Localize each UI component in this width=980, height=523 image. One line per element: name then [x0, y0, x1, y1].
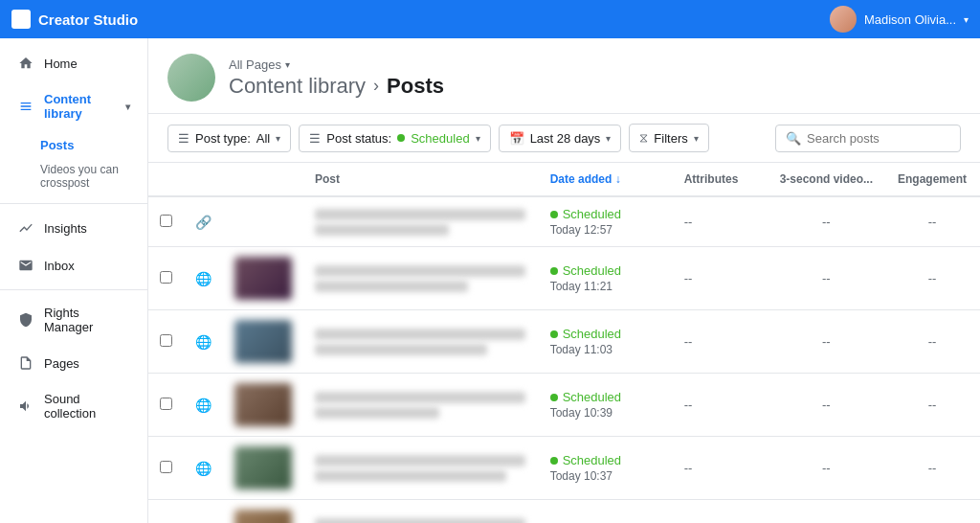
row-post-1: [303, 196, 539, 247]
row-checkbox-1[interactable]: [148, 196, 184, 247]
row-checkbox-6[interactable]: [148, 500, 184, 524]
row-checkbox-4[interactable]: [148, 374, 184, 437]
breadcrumb: Content library › Posts: [229, 74, 444, 99]
status-time-2: Today 11:21: [550, 280, 661, 293]
page-header: All Pages ▾ Content library › Posts: [148, 38, 980, 114]
status-time-4: Today 10:39: [550, 406, 661, 420]
table-header-row: Post Date added ↓ Attributes 3-second vi…: [148, 163, 980, 196]
sidebar-home-label: Home: [44, 57, 78, 71]
row-date-2: Scheduled Today 11:21: [539, 247, 673, 310]
status-dot-green: [550, 394, 558, 401]
post-type-chevron: ▾: [276, 133, 280, 144]
date-range-filter[interactable]: 📅 Last 28 days ▾: [499, 125, 622, 152]
status-scheduled: Scheduled: [550, 390, 661, 404]
user-menu-chevron[interactable]: ▾: [964, 14, 969, 25]
insights-label: Insights: [44, 221, 87, 236]
search-box: 🔍: [775, 125, 961, 152]
row-engagement-6: --: [884, 500, 980, 524]
post-status-label: Post status:: [326, 131, 391, 146]
post-status-filter[interactable]: ☰ Post status: Scheduled ▾: [299, 125, 490, 152]
preview-image-2: [234, 320, 292, 363]
post-text-blur: [315, 209, 525, 220]
post-status-icon: ☰: [309, 131, 321, 146]
sidebar-item-home[interactable]: Home: [4, 45, 144, 81]
sidebar-item-content-library[interactable]: Content library ▾: [4, 82, 144, 130]
row-attr-2: --: [673, 247, 768, 310]
row-checkbox-5[interactable]: [148, 437, 184, 500]
preview-image-4: [234, 446, 292, 489]
status-scheduled: Scheduled: [550, 453, 661, 467]
row-preview-2: [223, 247, 303, 310]
col-date-added[interactable]: Date added ↓: [539, 163, 673, 196]
status-dot-green: [550, 330, 558, 338]
pages-icon: [17, 354, 34, 372]
page-selector[interactable]: All Pages ▾: [229, 57, 444, 72]
posts-table: Post Date added ↓ Attributes 3-second vi…: [148, 163, 980, 523]
page-selector-chevron: ▾: [285, 59, 290, 70]
filter-icon: ⧖: [639, 130, 648, 146]
row-date-4: Scheduled Today 10:39: [539, 374, 673, 437]
row-post-6: [303, 500, 539, 524]
status-dot-green: [550, 457, 558, 465]
breadcrumb-current: Posts: [387, 74, 444, 99]
col-post: Post: [303, 163, 539, 196]
post-text-blur-2: [315, 344, 487, 355]
link-icon: 🔗: [195, 215, 212, 230]
sidebar-item-inbox[interactable]: Inbox: [4, 247, 144, 284]
row-preview-5: [223, 437, 303, 500]
sound-collection-label: Sound collection: [44, 392, 130, 421]
col-video: 3-second video...: [768, 163, 884, 196]
col-attributes: Attributes: [673, 163, 768, 196]
pages-label: Pages: [44, 356, 79, 371]
row-checkbox-2[interactable]: [148, 247, 184, 310]
row-post-3: [303, 310, 539, 374]
sidebar-divider-2: [0, 289, 147, 290]
table-body: 🔗 Scheduled Today 12:57: [148, 196, 980, 523]
topbar-left: Creator Studio: [11, 10, 138, 29]
breadcrumb-parent[interactable]: Content library: [229, 74, 366, 99]
post-text-blur: [315, 329, 525, 340]
sidebar-crosspost[interactable]: Videos you can crosspost: [0, 159, 147, 197]
inbox-icon: [17, 257, 34, 274]
col-engagement: Engagement: [884, 163, 980, 196]
main-layout: Home Content library ▾ Posts Videos you …: [0, 38, 980, 523]
username: Madison Olivia...: [864, 12, 956, 27]
row-checkbox-3[interactable]: [148, 310, 184, 374]
status-time-1: Today 12:57: [550, 223, 661, 237]
sidebar-item-pages[interactable]: Pages: [4, 345, 144, 381]
sidebar-divider-1: [0, 203, 147, 204]
table-container: Post Date added ↓ Attributes 3-second vi…: [148, 163, 980, 523]
row-video-3: --: [768, 310, 884, 374]
sidebar-item-posts[interactable]: Posts: [0, 131, 147, 159]
post-text-blur-2: [315, 224, 449, 236]
filters-chevron: ▾: [694, 133, 699, 144]
row-engagement-2: --: [884, 247, 980, 310]
row-preview-1: [223, 196, 303, 247]
sidebar-item-insights[interactable]: Insights: [4, 210, 144, 246]
row-engagement-4: --: [884, 374, 980, 437]
table-row: 🌐 Scheduled: [148, 500, 980, 524]
row-video-2: --: [768, 247, 884, 310]
globe-icon: 🌐: [195, 461, 212, 476]
row-attr-6: --: [673, 500, 768, 524]
filters-button[interactable]: ⧖ Filters ▾: [629, 124, 708, 152]
sidebar-item-sound-collection[interactable]: Sound collection: [4, 382, 144, 430]
row-post-4: [303, 374, 539, 437]
row-date-3: Scheduled Today 11:03: [539, 310, 673, 374]
status-scheduled: Scheduled: [550, 207, 661, 221]
status-scheduled: Scheduled: [550, 327, 661, 341]
row-engagement-3: --: [884, 310, 980, 374]
search-input[interactable]: [807, 131, 950, 146]
col-preview: [223, 163, 303, 196]
preview-image-5: [234, 510, 292, 523]
sidebar-item-rights-manager[interactable]: Rights Manager: [4, 296, 144, 344]
row-engagement-1: --: [884, 196, 980, 247]
status-scheduled: Scheduled: [550, 263, 661, 278]
post-type-filter[interactable]: ☰ Post type: All ▾: [167, 125, 291, 152]
post-text-blur-2: [315, 281, 468, 292]
globe-icon: 🌐: [195, 334, 212, 350]
user-avatar: [830, 6, 857, 33]
row-attr-5: --: [673, 437, 768, 500]
row-post-2: [303, 247, 539, 310]
table-row: 🌐 Scheduled: [148, 247, 980, 310]
